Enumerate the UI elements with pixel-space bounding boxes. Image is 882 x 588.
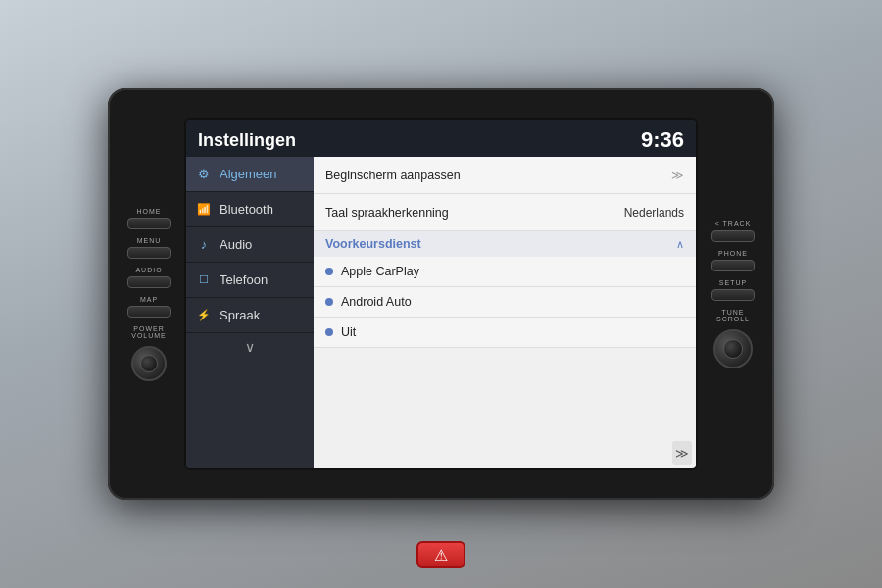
setup-button[interactable] — [711, 289, 755, 301]
hazard-button[interactable]: ⚠ — [416, 541, 466, 568]
right-hardware-buttons: < TRACK PHONE SETUP TUNE SCROLL — [704, 220, 764, 368]
screen-time: 9:36 — [641, 127, 684, 153]
menu-button[interactable] — [127, 247, 171, 259]
voorkeur-label: Voorkeursdienst — [325, 237, 421, 251]
menu-btn-group: MENU — [127, 237, 171, 259]
head-unit-bezel: HOME MENU AUDIO MAP POWER VOLUME — [108, 88, 774, 500]
apple-carplay-option[interactable]: Apple CarPlay — [314, 257, 696, 287]
nav-item-audio[interactable]: ♪ Audio — [186, 227, 314, 263]
screen-header: Instellingen 9:36 — [186, 120, 696, 157]
nav-telefoon-label: Telefoon — [220, 272, 268, 287]
content-panel: Beginscherm aanpassen ≫ Taal spraakherke… — [314, 157, 696, 468]
voorkeur-chevron-icon: ∧ — [676, 238, 684, 251]
voice-icon: ⚡ — [196, 309, 212, 321]
scroll-up-icon: ≫ — [671, 169, 684, 182]
beginscherm-label: Beginscherm aanpassen — [325, 169, 665, 182]
tune-knob-inner — [723, 339, 743, 359]
map-button[interactable] — [127, 306, 171, 318]
track-button[interactable] — [711, 230, 755, 242]
nav-item-bluetooth[interactable]: 📶 Bluetooth — [186, 192, 314, 227]
screen-body: ⚙ Algemeen 📶 Bluetooth ♪ Audio ☐ Telefoo… — [186, 157, 696, 468]
nav-bluetooth-label: Bluetooth — [220, 202, 273, 217]
uit-option[interactable]: Uit — [314, 318, 696, 348]
audio-button[interactable] — [127, 276, 171, 288]
phone-hw-label: PHONE — [718, 250, 748, 257]
map-btn-group: MAP — [127, 296, 171, 318]
left-hardware-buttons: HOME MENU AUDIO MAP POWER VOLUME — [118, 208, 178, 381]
home-button[interactable] — [127, 218, 171, 229]
apple-carplay-label: Apple CarPlay — [341, 265, 419, 278]
phone-btn-group: PHONE — [711, 250, 755, 271]
hazard-icon: ⚠ — [434, 546, 448, 564]
nav-panel: ⚙ Algemeen 📶 Bluetooth ♪ Audio ☐ Telefoo… — [186, 157, 314, 468]
phone-button[interactable] — [711, 260, 755, 271]
nav-item-algemeen[interactable]: ⚙ Algemeen — [186, 157, 314, 192]
apple-carplay-dot — [325, 268, 333, 275]
nav-algemeen-label: Algemeen — [220, 167, 277, 181]
volume-btn-group: POWER VOLUME — [131, 325, 167, 381]
android-auto-label: Android Auto — [341, 295, 412, 309]
power-volume-label: POWER VOLUME — [131, 325, 167, 339]
nav-scroll-down[interactable]: ∨ — [186, 333, 314, 361]
tune-label: TUNE SCROLL — [716, 309, 750, 322]
track-label: < TRACK — [715, 220, 752, 227]
android-auto-option[interactable]: Android Auto — [314, 287, 696, 318]
volume-knob[interactable] — [131, 346, 167, 381]
menu-label: MENU — [137, 237, 162, 244]
voorkeur-section-header[interactable]: Voorkeursdienst ∧ — [314, 231, 696, 257]
home-label: HOME — [137, 208, 162, 215]
android-auto-dot — [325, 298, 333, 306]
taal-value: Nederlands — [624, 206, 684, 220]
uit-label: Uit — [341, 325, 356, 339]
home-btn-group: HOME — [127, 208, 171, 229]
nav-item-spraak[interactable]: ⚡ Spraak — [186, 298, 314, 333]
tune-btn-group: TUNE SCROLL — [713, 309, 753, 368]
bottom-area: ⚠ — [416, 541, 466, 568]
nav-spraak-label: Spraak — [220, 308, 260, 322]
audio-label: AUDIO — [135, 267, 162, 273]
nav-audio-label: Audio — [220, 237, 252, 252]
audio-btn-group: AUDIO — [127, 267, 171, 288]
beginscherm-row[interactable]: Beginscherm aanpassen ≫ — [314, 157, 696, 194]
uit-dot — [325, 328, 333, 336]
bluetooth-icon: 📶 — [196, 203, 212, 216]
taal-row[interactable]: Taal spraakherkenning Nederlands — [314, 194, 696, 231]
infotainment-screen: Instellingen 9:36 ⚙ Algemeen 📶 Bluetooth… — [184, 118, 698, 470]
audio-icon: ♪ — [196, 237, 212, 252]
settings-icon: ⚙ — [196, 167, 212, 181]
car-surround: HOME MENU AUDIO MAP POWER VOLUME — [0, 0, 882, 588]
scroll-down-button[interactable]: ≫ — [672, 441, 692, 465]
nav-item-telefoon[interactable]: ☐ Telefoon — [186, 263, 314, 298]
setup-label: SETUP — [719, 279, 747, 286]
tune-knob[interactable] — [713, 329, 753, 368]
setup-btn-group: SETUP — [711, 279, 755, 301]
map-label: MAP — [140, 296, 158, 303]
taal-label: Taal spraakherkenning — [325, 206, 624, 220]
screen-title: Instellingen — [198, 130, 296, 151]
track-btn-group: < TRACK — [711, 220, 755, 242]
volume-knob-inner — [140, 355, 158, 372]
phone-icon: ☐ — [196, 273, 212, 286]
